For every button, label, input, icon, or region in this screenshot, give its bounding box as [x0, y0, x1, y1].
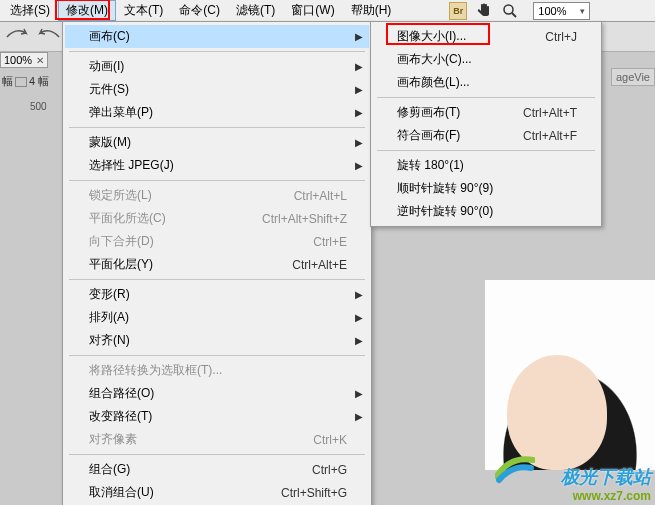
- submenu-arrow-icon: ▶: [355, 312, 363, 323]
- frames-right: 4 幅: [29, 74, 49, 89]
- zoom-value: 100%: [538, 5, 566, 17]
- submenu-arrow-icon: ▶: [355, 335, 363, 346]
- ruler-value: 500: [30, 101, 47, 112]
- menu-flatten-selection: 平面化所选(C)Ctrl+Alt+Shift+Z: [65, 207, 369, 230]
- hand-icon[interactable]: [475, 2, 493, 20]
- menu-text[interactable]: 文本(T): [116, 0, 171, 21]
- zoom-dropdown[interactable]: 100% ▾: [533, 2, 590, 20]
- separator: [377, 150, 595, 151]
- menu-filter[interactable]: 滤镜(T): [228, 0, 283, 21]
- bridge-icon[interactable]: Br: [449, 2, 467, 20]
- menu-group[interactable]: 组合(G)Ctrl+G: [65, 458, 369, 481]
- separator: [69, 51, 365, 52]
- submenu-arrow-icon: ▶: [355, 160, 363, 171]
- submenu-arrow-icon: ▶: [355, 411, 363, 422]
- svg-line-1: [512, 13, 516, 17]
- menu-symbol[interactable]: 元件(S)▶: [65, 78, 369, 101]
- menu-canvas[interactable]: 画布(C) ▶: [65, 25, 369, 48]
- frame-icon[interactable]: [15, 77, 27, 87]
- separator: [69, 355, 365, 356]
- svg-point-0: [504, 5, 513, 14]
- separator: [69, 454, 365, 455]
- menu-transform[interactable]: 变形(R)▶: [65, 283, 369, 306]
- menu-command[interactable]: 命令(C): [171, 0, 228, 21]
- separator: [69, 127, 365, 128]
- close-icon[interactable]: ✕: [36, 55, 44, 66]
- submenu-rotate-180[interactable]: 旋转 180°(1): [373, 154, 599, 177]
- menu-combine-path[interactable]: 组合路径(O)▶: [65, 382, 369, 405]
- menubar-icons: Br 100% ▾: [449, 2, 590, 20]
- separator: [69, 279, 365, 280]
- menu-ungroup[interactable]: 取消组合(U)Ctrl+Shift+G: [65, 481, 369, 504]
- photo-preview: [485, 280, 655, 470]
- menu-window[interactable]: 窗口(W): [283, 0, 342, 21]
- canvas-submenu: 图像大小(I)...Ctrl+J 画布大小(C)... 画布颜色(L)... 修…: [370, 21, 602, 227]
- zoom-tab[interactable]: 100% ✕: [0, 52, 48, 68]
- submenu-arrow-icon: ▶: [355, 31, 363, 42]
- submenu-canvas-color[interactable]: 画布颜色(L)...: [373, 71, 599, 94]
- separator: [377, 97, 595, 98]
- menu-align[interactable]: 对齐(N)▶: [65, 329, 369, 352]
- submenu-arrow-icon: ▶: [355, 84, 363, 95]
- menu-merge-down: 向下合并(D)Ctrl+E: [65, 230, 369, 253]
- menubar: 选择(S) 修改(M) 文本(T) 命令(C) 滤镜(T) 窗口(W) 帮助(H…: [0, 0, 655, 22]
- submenu-arrow-icon: ▶: [355, 289, 363, 300]
- submenu-canvas-size[interactable]: 画布大小(C)...: [373, 48, 599, 71]
- separator: [69, 180, 365, 181]
- menu-snap-pixel: 对齐像素Ctrl+K: [65, 428, 369, 451]
- menu-popup[interactable]: 弹出菜单(P)▶: [65, 101, 369, 124]
- menu-help[interactable]: 帮助(H): [343, 0, 400, 21]
- menu-animation[interactable]: 动画(I)▶: [65, 55, 369, 78]
- undo-redo-icons[interactable]: [4, 23, 64, 51]
- zoom-tab-label: 100%: [4, 54, 32, 66]
- menu-flatten-layers[interactable]: 平面化层(Y)Ctrl+Alt+E: [65, 253, 369, 276]
- menu-mask[interactable]: 蒙版(M)▶: [65, 131, 369, 154]
- menu-alter-path[interactable]: 改变路径(T)▶: [65, 405, 369, 428]
- submenu-trim-canvas[interactable]: 修剪画布(T)Ctrl+Alt+T: [373, 101, 599, 124]
- submenu-arrow-icon: ▶: [355, 388, 363, 399]
- menu-selective-jpeg[interactable]: 选择性 JPEG(J)▶: [65, 154, 369, 177]
- side-panel-fragment: ageVie: [611, 68, 655, 86]
- frames-row: 幅 4 幅: [0, 72, 62, 91]
- submenu-arrow-icon: ▶: [355, 107, 363, 118]
- submenu-rotate-ccw-90[interactable]: 逆时针旋转 90°(0): [373, 200, 599, 223]
- left-strip: 100% ✕ 幅 4 幅: [0, 52, 62, 91]
- modify-dropdown: 画布(C) ▶ 动画(I)▶ 元件(S)▶ 弹出菜单(P)▶ 蒙版(M)▶ 选择…: [62, 21, 372, 505]
- chevron-down-icon: ▾: [580, 6, 585, 16]
- menu-select[interactable]: 选择(S): [2, 0, 58, 21]
- submenu-image-size[interactable]: 图像大小(I)...Ctrl+J: [373, 25, 599, 48]
- submenu-fit-canvas[interactable]: 符合画布(F)Ctrl+Alt+F: [373, 124, 599, 147]
- menu-path-to-marquee: 将路径转换为选取框(T)...: [65, 359, 369, 382]
- menu-lock-selection: 锁定所选(L)Ctrl+Alt+L: [65, 184, 369, 207]
- submenu-rotate-cw-90[interactable]: 顺时针旋转 90°(9): [373, 177, 599, 200]
- menu-modify[interactable]: 修改(M): [58, 0, 116, 21]
- magnify-icon[interactable]: [501, 2, 519, 20]
- frames-left: 幅: [2, 74, 13, 89]
- menu-arrange[interactable]: 排列(A)▶: [65, 306, 369, 329]
- submenu-arrow-icon: ▶: [355, 137, 363, 148]
- watermark-swoosh-icon: [495, 454, 535, 487]
- submenu-arrow-icon: ▶: [355, 61, 363, 72]
